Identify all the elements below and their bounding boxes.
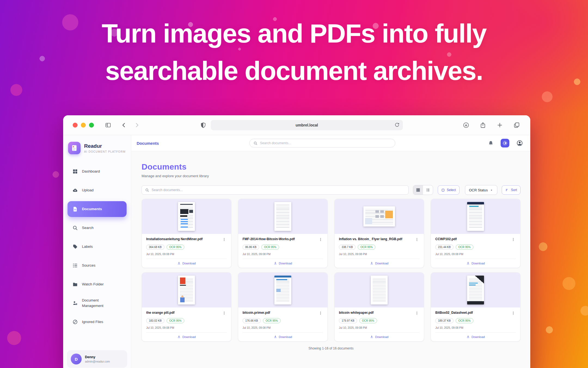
kebab-menu-icon[interactable] xyxy=(414,237,419,242)
slash-circle-icon xyxy=(72,319,78,325)
page-title: Documents xyxy=(142,162,520,171)
ocr-status-badge: OCR 95% xyxy=(261,245,279,250)
minimize-window-button[interactable] xyxy=(81,123,86,128)
search-icon xyxy=(72,225,78,231)
document-date: Jul 10, 2025, 09:08 PM xyxy=(339,253,419,256)
document-card[interactable]: BitBox02_Datasheet.pdf189.37 KBOCR 95%Ju… xyxy=(431,272,520,342)
download-icon xyxy=(466,261,470,265)
app-topbar: Documents xyxy=(131,135,530,151)
sidebar-item-watch-folder[interactable]: Watch Folder xyxy=(68,276,127,292)
share-icon[interactable] xyxy=(480,122,486,128)
grid-view-button[interactable] xyxy=(413,185,423,195)
content-area: Documents xyxy=(131,135,530,368)
document-title: Installationsanleitung NerdMiner.pdf xyxy=(146,237,204,242)
back-icon[interactable] xyxy=(121,122,127,128)
sidebar: R Readur AI DOCUMENT PLATFORM DashboardU… xyxy=(63,135,131,368)
sidebar-item-sources[interactable]: Sources xyxy=(68,258,127,273)
download-button[interactable]: Download xyxy=(370,335,388,339)
user-gear-icon xyxy=(72,300,78,306)
document-card[interactable]: the orange pill.pdf183.02 KBOCR 95%Jul 1… xyxy=(142,272,231,342)
tab-overview-icon[interactable] xyxy=(513,122,520,128)
forward-icon[interactable] xyxy=(134,122,140,128)
document-date: Jul 10, 2025, 09:08 PM xyxy=(243,253,323,256)
user-name: Denny xyxy=(85,355,110,359)
sidebar-item-ignored-files[interactable]: Ignored Files xyxy=(68,314,127,330)
download-icon xyxy=(370,261,373,265)
downloads-icon[interactable] xyxy=(463,122,469,128)
theme-toggle-icon[interactable] xyxy=(501,139,509,147)
documents-search-input[interactable] xyxy=(152,188,405,192)
documents-grid: Installationsanleitung NerdMiner.pdf364.… xyxy=(142,199,520,342)
document-thumbnail xyxy=(142,273,231,307)
sidebar-item-document-management[interactable]: Document Management xyxy=(68,295,127,311)
bell-icon[interactable] xyxy=(488,140,494,146)
sidebar-toggle-icon[interactable] xyxy=(105,122,111,128)
sidebar-item-search[interactable]: Search xyxy=(68,220,127,236)
document-card[interactable]: Installationsanleitung NerdMiner.pdf364.… xyxy=(142,199,231,268)
search-icon xyxy=(145,188,149,192)
sidebar-item-label: Ignored Files xyxy=(82,319,103,325)
download-button[interactable]: Download xyxy=(177,261,196,265)
ocr-status-dropdown[interactable]: OCR Status xyxy=(465,185,497,195)
kebab-menu-icon[interactable] xyxy=(511,311,516,315)
kebab-menu-icon[interactable] xyxy=(511,237,516,242)
app-shell: R Readur AI DOCUMENT PLATFORM DashboardU… xyxy=(63,135,530,368)
document-card[interactable]: FMF-2014-How-Bitcoin-Works.pdf86.86 KBOC… xyxy=(238,199,328,268)
document-card[interactable]: CCWP102.pdf231.44 KBOCR 95%Jul 10, 2025,… xyxy=(431,199,520,268)
kebab-menu-icon[interactable] xyxy=(318,237,323,242)
sidebar-item-label: Search xyxy=(82,225,94,231)
shield-icon[interactable] xyxy=(200,122,206,128)
download-icon xyxy=(274,335,277,339)
view-toggle xyxy=(413,185,433,195)
download-button[interactable]: Download xyxy=(177,335,196,339)
topbar-search-input[interactable] xyxy=(260,141,391,145)
sidebar-item-label: Watch Folder xyxy=(82,282,104,287)
chevron-down-icon xyxy=(490,188,493,192)
sidebar-item-dashboard[interactable]: Dashboard xyxy=(68,164,127,179)
sidebar-item-documents[interactable]: Documents xyxy=(68,201,127,217)
sidebar-item-upload[interactable]: Upload xyxy=(68,182,127,198)
download-button[interactable]: Download xyxy=(466,261,485,265)
zoom-window-button[interactable] xyxy=(89,123,94,128)
profile-icon[interactable] xyxy=(516,140,523,146)
kebab-menu-icon[interactable] xyxy=(222,311,227,315)
breadcrumb[interactable]: Documents xyxy=(137,141,159,146)
document-card[interactable]: bitcoin whitepaper.pdf179.97 KBOCR 95%Ju… xyxy=(334,272,424,342)
documents-search[interactable] xyxy=(142,185,409,195)
address-bar[interactable]: umbrel.local xyxy=(211,120,403,130)
ocr-status-badge: OCR 95% xyxy=(167,245,184,250)
topbar-search[interactable] xyxy=(249,139,395,147)
document-card[interactable]: bitcoin.primer.pdf176.66 KBOCR 95%Jul 10… xyxy=(238,272,328,342)
user-email: admin@readur.com xyxy=(85,360,110,363)
upload-cloud-icon xyxy=(72,188,78,193)
sidebar-item-labels[interactable]: Labels xyxy=(68,239,127,255)
page-subtitle: Manage and explore your document library xyxy=(142,174,520,178)
sort-button-label: Sort xyxy=(511,188,517,192)
kebab-menu-icon[interactable] xyxy=(222,237,227,242)
sort-button[interactable]: Sort xyxy=(502,185,520,195)
document-card[interactable]: Inflation vs. Bitcoin_ Flyer lang_RGB.pd… xyxy=(334,199,424,268)
close-window-button[interactable] xyxy=(73,123,78,128)
download-button[interactable]: Download xyxy=(274,261,292,265)
file-size-badge: 176.66 KB xyxy=(243,318,261,323)
new-tab-icon[interactable] xyxy=(497,122,503,128)
topbar-actions xyxy=(488,139,523,147)
url-zone: umbrel.local xyxy=(140,120,463,130)
kebab-menu-icon[interactable] xyxy=(318,311,323,315)
ocr-status-badge: OCR 95% xyxy=(263,318,281,323)
document-thumbnail xyxy=(431,273,520,307)
download-button[interactable]: Download xyxy=(370,261,388,265)
download-button[interactable]: Download xyxy=(274,335,292,339)
kebab-menu-icon[interactable] xyxy=(414,311,419,315)
select-button[interactable]: Select xyxy=(438,185,459,195)
hero-headline: Turn images and PDFs into fully searchab… xyxy=(0,15,588,90)
list-view-button[interactable] xyxy=(423,185,433,195)
download-button[interactable]: Download xyxy=(466,335,485,339)
tag-icon xyxy=(72,244,78,249)
document-date: Jul 10, 2025, 09:08 PM xyxy=(243,326,323,329)
reload-icon[interactable] xyxy=(394,122,400,128)
document-title: CCWP102.pdf xyxy=(435,237,458,242)
document-title: bitcoin.primer.pdf xyxy=(243,311,272,315)
sidebar-item-label: Document Management xyxy=(82,298,112,308)
user-card[interactable]: D Denny admin@readur.com xyxy=(67,350,127,368)
